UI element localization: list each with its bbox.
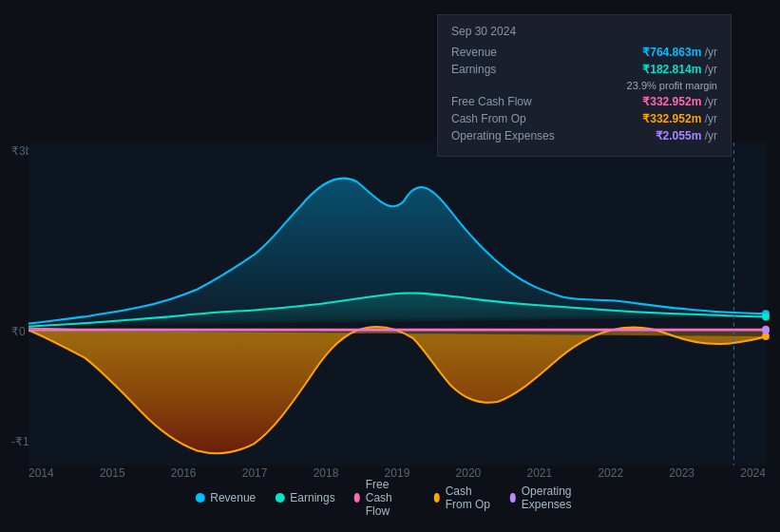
legend-opex[interactable]: Operating Expenses (510, 484, 585, 511)
legend-cashop-label: Cash From Op (446, 484, 491, 511)
chart-area (29, 142, 766, 466)
legend-fcf-dot (354, 493, 360, 503)
svg-point-8 (762, 327, 770, 334)
x-label-2022: 2022 (598, 466, 623, 480)
opex-row: Operating Expenses ₹2.055m /yr (451, 129, 717, 142)
x-label-2015: 2015 (100, 466, 125, 480)
svg-point-5 (762, 313, 770, 320)
legend-opex-dot (510, 493, 516, 503)
x-label-2023: 2023 (669, 466, 694, 480)
revenue-value: ₹764.863m /yr (642, 46, 717, 59)
legend-revenue-label: Revenue (210, 491, 256, 504)
legend-earnings[interactable]: Earnings (275, 491, 334, 504)
opex-label: Operating Expenses (451, 129, 556, 142)
legend-revenue-dot (195, 493, 204, 503)
chart-svg (29, 142, 766, 466)
tooltip-box: Sep 30 2024 Revenue ₹764.863m /yr Earnin… (437, 14, 732, 157)
legend-cashop[interactable]: Cash From Op (434, 484, 491, 511)
chart-container: Sep 30 2024 Revenue ₹764.863m /yr Earnin… (0, 0, 780, 532)
x-label-2016: 2016 (171, 466, 197, 480)
legend-fcf[interactable]: Free Cash Flow (354, 478, 415, 518)
x-label-2014: 2014 (29, 466, 54, 480)
chart-legend: Revenue Earnings Free Cash Flow Cash Fro… (195, 478, 585, 518)
y-label-zero: ₹0 (11, 325, 26, 338)
fcf-label: Free Cash Flow (451, 95, 556, 108)
legend-fcf-label: Free Cash Flow (366, 478, 415, 518)
x-label-2024: 2024 (740, 466, 766, 480)
revenue-row: Revenue ₹764.863m /yr (451, 46, 717, 59)
cashop-value: ₹332.952m /yr (642, 112, 717, 125)
earnings-row: Earnings ₹182.814m /yr (451, 63, 717, 76)
legend-earnings-label: Earnings (290, 491, 334, 504)
legend-earnings-dot (275, 493, 284, 503)
fcf-value: ₹332.952m /yr (642, 95, 717, 108)
cashop-row: Cash From Op ₹332.952m /yr (451, 112, 717, 125)
margin-row: 23.9% profit margin (451, 80, 717, 91)
earnings-value: ₹182.814m /yr (642, 63, 717, 76)
tooltip-date: Sep 30 2024 (451, 25, 717, 38)
opex-value: ₹2.055m /yr (656, 129, 717, 142)
legend-cashop-dot (434, 493, 440, 503)
legend-revenue[interactable]: Revenue (195, 491, 256, 504)
fcf-row: Free Cash Flow ₹332.952m /yr (451, 95, 717, 108)
earnings-label: Earnings (451, 63, 556, 76)
cashop-label: Cash From Op (451, 112, 556, 125)
legend-opex-label: Operating Expenses (522, 484, 585, 511)
revenue-label: Revenue (451, 46, 556, 59)
margin-value: 23.9% profit margin (627, 80, 717, 91)
